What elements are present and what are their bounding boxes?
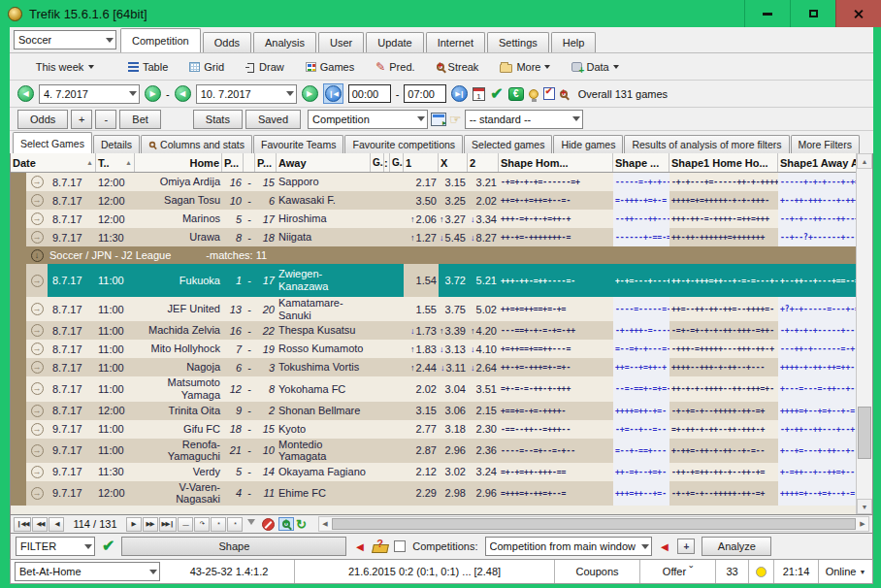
shape-filter-button[interactable]: Shape xyxy=(121,537,346,556)
toolbar-button-streak[interactable]: Streak xyxy=(437,61,479,73)
game-row[interactable]: →9.7.1712:00V-Varen-Nagasaki4-11Ehime FC… xyxy=(11,481,856,506)
date-to-next-button[interactable] xyxy=(302,85,318,102)
game-row[interactable]: →8.7.1712:00Marinos5-17Hiroshima↑2.06↑3.… xyxy=(11,210,856,228)
open-game-icon[interactable]: → xyxy=(31,212,44,225)
column-header-ox[interactable]: X xyxy=(439,153,468,172)
time-skip-back-button[interactable] xyxy=(325,85,342,102)
collapse-arrow-icon[interactable]: ↓ xyxy=(31,249,44,262)
minimize-button[interactable] xyxy=(744,0,790,27)
close-button[interactable] xyxy=(835,0,881,27)
game-row[interactable]: →9.7.1711:00Renofa-Yamaguchi21-10Montedi… xyxy=(11,439,856,463)
date-to-prev-button[interactable] xyxy=(175,85,191,102)
date-from-select[interactable]: 4. 7.2017 xyxy=(39,84,140,104)
nav-collapse-button[interactable]: — xyxy=(178,517,193,532)
filter-tab-columns-and-stats[interactable]: Columns and stats xyxy=(141,135,252,153)
refresh-rotate-icon[interactable] xyxy=(296,518,307,531)
maximize-button[interactable] xyxy=(790,0,835,27)
date-to-select[interactable]: 10. 7.2017 xyxy=(196,84,297,104)
game-row[interactable]: →8.7.1712:00Trinita Oita9-2Shonan Bellma… xyxy=(11,402,856,420)
toolbar-button-draw[interactable]: Draw xyxy=(245,61,284,73)
vertical-scrollbar[interactable]: ▲ ▼ xyxy=(856,153,872,514)
nav-next-page-button[interactable]: ▶▶ xyxy=(143,517,158,532)
calculator-icon[interactable] xyxy=(431,113,446,126)
calendar-icon[interactable] xyxy=(473,87,485,101)
scroll-left-icon[interactable] xyxy=(320,520,330,528)
competitions-checkbox[interactable] xyxy=(394,540,406,552)
filter-tab-favourite-teams[interactable]: Favourite Teams xyxy=(253,135,343,153)
toolbar-button-table[interactable]: Table xyxy=(128,61,168,73)
help-icon[interactable] xyxy=(373,540,387,553)
date-from-next-button[interactable] xyxy=(145,85,161,102)
scroll-right-icon[interactable] xyxy=(858,520,867,528)
scroll-down-icon[interactable]: ▼ xyxy=(857,499,872,514)
column-header-pa[interactable]: P... xyxy=(255,153,277,172)
column-header-o2[interactable]: 2 xyxy=(468,153,499,172)
filter-select[interactable]: FILTER xyxy=(16,537,95,556)
toolbar-button-games[interactable]: Games xyxy=(306,61,354,73)
week-select[interactable]: This week xyxy=(10,61,120,73)
nav-star-dim-button[interactable]: * xyxy=(227,517,243,532)
offer-button[interactable]: Offer xyxy=(640,560,716,583)
game-row[interactable]: →9.7.1711:30Verdy5-14Okayama Fagiano2.12… xyxy=(11,463,856,481)
column-header-s1a[interactable]: Shape1 Away A xyxy=(778,153,856,172)
horizontal-scrollbar[interactable] xyxy=(318,516,869,532)
game-row[interactable]: →8.7.1711:00Mito Hollyhock7-19Rosso Kuma… xyxy=(11,340,856,358)
menu-tab-odds[interactable]: Odds xyxy=(203,32,251,52)
nav-refresh-button[interactable]: ↷ xyxy=(194,517,210,532)
open-game-icon[interactable]: → xyxy=(31,361,44,374)
filter-check-icon[interactable] xyxy=(102,539,114,554)
column-header-g1[interactable]: G.. xyxy=(371,153,384,172)
open-game-icon[interactable]: → xyxy=(31,444,44,457)
toolbar-button-more[interactable]: More xyxy=(500,61,550,73)
open-game-icon[interactable]: → xyxy=(31,487,44,500)
control-button-stats[interactable]: Stats xyxy=(193,110,243,129)
column-header-sh[interactable]: Shape Hom... xyxy=(499,153,613,172)
column-header-sa[interactable]: Shape ... xyxy=(613,153,669,172)
column-header-dash[interactable] xyxy=(244,153,255,172)
control-button-bet[interactable]: Bet xyxy=(119,110,161,129)
toolbar-button-data[interactable]: Data xyxy=(571,61,618,73)
column-header-g2[interactable]: G.. xyxy=(390,153,404,172)
open-game-icon[interactable]: → xyxy=(31,275,44,287)
column-header-time[interactable]: T..▲ xyxy=(96,153,135,172)
filter-tab-results-of-analysis-of-more-filters[interactable]: Results of analysis of more filters xyxy=(624,135,789,153)
sport-select[interactable]: Soccer xyxy=(14,30,116,49)
analyze-button[interactable]: Analyze xyxy=(702,537,771,556)
open-game-icon[interactable]: → xyxy=(31,382,44,395)
filter-tab-favourite-competitions[interactable]: Favourite competitions xyxy=(344,135,463,153)
column-header-s1h[interactable]: Shape1 Home Ho... xyxy=(669,153,778,172)
filter-tab-selected-games[interactable]: Selected games xyxy=(464,135,552,153)
time-skip-forward-button[interactable] xyxy=(451,85,468,102)
date-from-prev-button[interactable] xyxy=(17,85,34,102)
group-row[interactable]: ↓Soccer / JPN - J2 League-matches: 11 xyxy=(11,246,856,264)
toolbar-button-grid[interactable]: Grid xyxy=(189,61,224,73)
time-to-field[interactable]: 07:00 xyxy=(404,84,446,103)
zoom-search-icon[interactable] xyxy=(560,90,568,98)
game-row[interactable]: →8.7.1711:00Fukuoka1-17Zwiegen-Kanazawa1… xyxy=(11,264,856,297)
open-game-icon[interactable]: → xyxy=(31,231,44,244)
menu-tab-help[interactable]: Help xyxy=(551,32,597,52)
red-left-arrow-icon[interactable] xyxy=(659,540,671,553)
nav-first-record-button[interactable]: ❙◀◀ xyxy=(14,517,31,532)
control-button-[interactable]: + xyxy=(71,110,92,129)
competition-source-select[interactable]: Competition from main window xyxy=(485,537,652,556)
column-header-date[interactable]: Date▲ xyxy=(11,153,96,172)
menu-tab-update[interactable]: Update xyxy=(366,32,423,52)
control-button-saved[interactable]: Saved xyxy=(245,110,301,129)
column-header-home[interactable]: Home xyxy=(135,153,222,172)
bookmaker-select[interactable]: Bet-At-Home xyxy=(15,562,160,581)
menu-tab-internet[interactable]: Internet xyxy=(426,32,485,52)
menu-tab-analysis[interactable]: Analysis xyxy=(253,32,316,52)
game-row[interactable]: →8.7.1711:00Machida Zelvia16-22Thespa Ku… xyxy=(11,321,856,340)
menu-tab-user[interactable]: User xyxy=(318,32,364,52)
apply-check-icon[interactable] xyxy=(490,86,503,102)
control-button-[interactable]: - xyxy=(95,110,116,129)
vertical-scroll-track[interactable] xyxy=(857,169,872,499)
open-game-icon[interactable]: → xyxy=(31,303,44,315)
menu-tab-competition[interactable]: Competition xyxy=(120,28,201,52)
pointing-hand-icon[interactable] xyxy=(449,113,462,126)
open-game-icon[interactable]: → xyxy=(31,466,44,478)
checklist-icon[interactable] xyxy=(543,87,555,100)
game-row[interactable]: →8.7.1711:00Nagoja6-3Tokushima Vortis↑2.… xyxy=(11,358,856,376)
cancel-filter-icon[interactable] xyxy=(262,518,275,531)
